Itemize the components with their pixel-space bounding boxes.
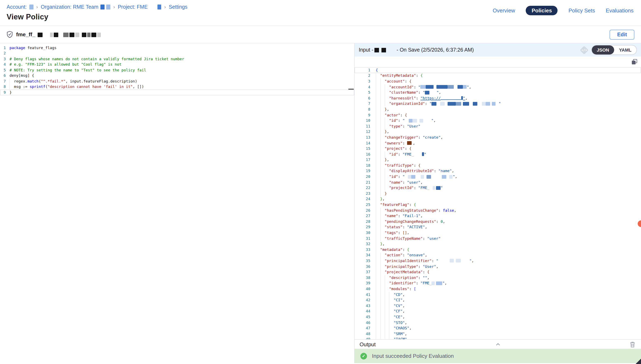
- code-line: 23}: [355, 191, 641, 196]
- redacted-value: [482, 102, 486, 106]
- code-line: 40"modules": [: [355, 286, 641, 292]
- breadcrumb-organization-link[interactable]: Organization: RME Team: [41, 4, 98, 10]
- code-line: 2: [0, 50, 354, 56]
- code-line: 11"type": "User": [355, 124, 641, 129]
- policy-code-editor[interactable]: 1package feature_flags23# Deny flags who…: [0, 43, 355, 363]
- policy-tabs: Overview Policies Policy Sets Evaluation…: [493, 6, 633, 15]
- redacted-value: [407, 141, 412, 145]
- line-number: 11: [355, 124, 370, 128]
- line-number: 31: [355, 236, 370, 240]
- tab-overview[interactable]: Overview: [493, 8, 515, 14]
- code-line: 25"featureFlag": {: [355, 202, 641, 208]
- redacted-org-block: [100, 4, 105, 10]
- line-number: 25: [355, 203, 370, 207]
- tab-policy-sets[interactable]: Policy Sets: [568, 8, 595, 14]
- line-number: 22: [355, 186, 370, 190]
- code-line: 26"hasPendingStatusChange": false,: [355, 208, 641, 213]
- code-line: 12},: [355, 129, 641, 134]
- redacted-value: [436, 186, 441, 190]
- line-number: 6: [0, 74, 6, 78]
- line-number: 29: [355, 225, 370, 229]
- line-number: 10: [355, 118, 370, 122]
- code-line: 8msg := sprintf("description cannot have…: [0, 84, 354, 90]
- redacted-value: [421, 175, 424, 178]
- line-number: 12: [355, 130, 370, 134]
- line-number: 48: [355, 332, 370, 336]
- redacted-org-block: [106, 4, 110, 10]
- code-line: 9}: [0, 90, 354, 95]
- code-line: 36"principalType": "User",: [355, 264, 641, 269]
- line-number: 2: [355, 74, 370, 78]
- redacted-value: [409, 119, 413, 122]
- code-line: 43"CV",: [355, 303, 641, 308]
- line-number: 32: [355, 242, 370, 246]
- policy-test-panel: Input - - On Save (2/5/2026, 6:37:26 AM)…: [355, 43, 641, 363]
- output-title: Output: [355, 341, 376, 347]
- breadcrumb-account-link[interactable]: Account:: [7, 4, 27, 10]
- code-line: 31"trafficTypeName": "user": [355, 236, 641, 241]
- line-number: 20: [355, 174, 370, 179]
- json-toggle-button[interactable]: JSON: [592, 46, 614, 54]
- code-line: 1package feature_flags: [0, 45, 354, 50]
- code-line: 39"identifier": "FME_",: [355, 280, 641, 286]
- redacted-value: [442, 175, 447, 178]
- breadcrumb-project-link[interactable]: Project: FME: [118, 4, 148, 10]
- page-title: View Policy: [7, 13, 187, 22]
- code-line: 5# NOTE: Try setting the name to "Test" …: [0, 67, 354, 73]
- breadcrumb-settings-link[interactable]: Settings: [169, 4, 187, 10]
- input-label: Input -: [359, 47, 373, 53]
- redacted-value: [425, 90, 430, 94]
- line-number: 21: [355, 180, 370, 184]
- line-number: 19: [355, 169, 370, 173]
- code-line: 45"CE",: [355, 314, 641, 320]
- view-policy-page: Account: › Organization: RME Team › Proj…: [0, 0, 641, 364]
- code-line: 37"projectMetadata": {: [355, 269, 641, 275]
- code-line: 35"principalIdentifier": "",: [355, 258, 641, 264]
- line-number: 9: [355, 113, 370, 117]
- redacted-account-id: [29, 4, 33, 10]
- code-line: 6"harnessUrl": "https://",: [355, 95, 641, 101]
- line-number: 17: [355, 158, 370, 162]
- redacted-value: [463, 85, 467, 89]
- code-line: 27"name": "Fail-1",: [355, 213, 641, 219]
- chevron-right-icon: ›: [113, 4, 115, 10]
- collapse-chevron-icon[interactable]: [495, 341, 501, 349]
- redacted-policy-name: [38, 31, 102, 38]
- copy-icon[interactable]: [631, 59, 637, 65]
- input-json-editor[interactable]: 1{2"entityMetadata": {3"account": {4"acc…: [355, 56, 641, 339]
- line-number: 5: [0, 68, 6, 72]
- code-line: 7regex.match("^.*fail.*", input.featureF…: [0, 78, 354, 84]
- line-number: 3: [0, 57, 6, 61]
- code-line: 24},: [355, 196, 641, 202]
- line-number: 40: [355, 287, 370, 291]
- line-number: 3: [355, 79, 370, 83]
- edit-button[interactable]: Edit: [610, 30, 634, 40]
- code-line: 42"CI",: [355, 297, 641, 303]
- success-check-icon: ✓: [360, 353, 367, 359]
- success-message: Input succeeded Policy Evaluation: [372, 353, 454, 359]
- code-line: 8},: [355, 106, 641, 112]
- trash-icon[interactable]: [630, 341, 635, 349]
- line-number: 43: [355, 304, 370, 308]
- tab-evaluations[interactable]: Evaluations: [606, 8, 633, 14]
- redacted-value: [422, 152, 424, 156]
- breadcrumb: Account: › Organization: RME Team › Proj…: [7, 4, 187, 10]
- code-line: 9"actor": {: [355, 112, 641, 118]
- line-number: 6: [355, 96, 370, 100]
- line-number: 1: [355, 68, 370, 72]
- line-number: 4: [355, 85, 370, 89]
- code-line: 38"description": "",: [355, 275, 641, 280]
- input-on-save-label: - On Save (2/5/2026, 6:37:26 AM): [396, 47, 474, 53]
- yaml-toggle-button[interactable]: YAML: [614, 46, 636, 54]
- output-header: Output: [355, 339, 641, 349]
- redacted-value: [413, 119, 417, 122]
- code-line: 22"projectId": "FME_": [355, 185, 641, 191]
- redacted-input-name: [375, 48, 379, 52]
- tab-policies[interactable]: Policies: [526, 6, 558, 15]
- redacted-input-name: [382, 48, 386, 52]
- line-number: 35: [355, 259, 370, 263]
- redacted-value: [440, 102, 445, 106]
- redacted-value: [448, 85, 454, 89]
- code-line: 10"id": "",: [355, 118, 641, 124]
- redacted-value: [432, 102, 437, 106]
